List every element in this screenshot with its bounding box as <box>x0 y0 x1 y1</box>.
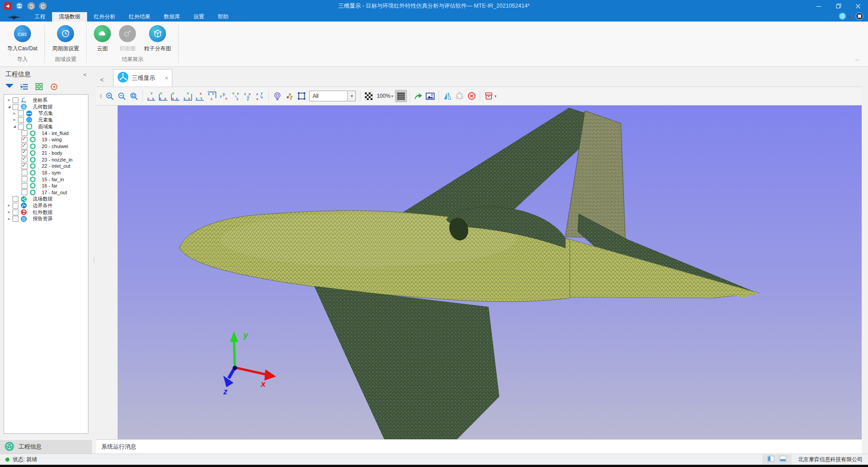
expander-collapsed-icon[interactable]: ▶ <box>7 210 12 214</box>
layout-left-panel-icon[interactable] <box>767 456 774 463</box>
restore-icon[interactable] <box>829 0 848 12</box>
archive-dropdown-icon[interactable]: ▾ <box>495 94 496 98</box>
view-right-icon[interactable]: Yzx <box>181 90 193 102</box>
checkbox-checked[interactable] <box>22 144 27 149</box>
expander-collapsed-icon[interactable]: ▶ <box>7 217 12 221</box>
toolbar-grip[interactable]: ‖ <box>98 93 104 100</box>
checkbox[interactable] <box>13 209 18 215</box>
checkbox[interactable] <box>13 104 18 110</box>
mesh-grid-toggle-icon[interactable] <box>395 90 407 102</box>
contour-cloud-button[interactable]: 云图 <box>91 25 114 52</box>
tree-item-face-far[interactable]: 16 - far <box>4 183 88 189</box>
theme-window-icon[interactable] <box>838 12 846 22</box>
tree-item-geometry-data[interactable]: ◢ 几何数据 <box>4 104 88 110</box>
tree-item-face-chuiwei[interactable]: 20 - chuiwei <box>4 143 88 150</box>
view-iso-nw-icon[interactable]: Yxz <box>230 90 242 102</box>
checkbox[interactable] <box>13 216 18 222</box>
tab-3d-display[interactable]: 三维显示 × <box>113 69 172 87</box>
tree-item-coordinate-system[interactable]: ▶ Yzx 坐标系 <box>4 97 88 104</box>
checkbox-checked[interactable] <box>22 150 27 156</box>
opacity-dropdown-icon[interactable]: ▾ <box>391 94 393 98</box>
light-source-icon[interactable] <box>271 90 283 102</box>
tree-item-face-body[interactable]: 21 - body <box>4 150 88 157</box>
manual-book-icon[interactable] <box>855 12 864 22</box>
view-left-icon[interactable]: Yxz <box>169 90 181 102</box>
checkbox-checked[interactable] <box>22 163 27 169</box>
menu-item-settings[interactable]: 设置 <box>187 12 211 22</box>
checkbox[interactable] <box>22 189 27 195</box>
menu-item-help[interactable]: 帮助 <box>211 12 235 22</box>
tree-item-face-sym[interactable]: 18 - sym <box>4 170 88 176</box>
ribbon-collapse-icon[interactable]: ︿ <box>855 56 860 63</box>
locate-target-icon[interactable] <box>50 83 58 91</box>
tree-item-face-nozzle-in[interactable]: 23 - nozzle_in <box>4 156 88 163</box>
tree-item-face-set[interactable]: ◢ 面域集 <box>4 123 88 130</box>
panel-splitter[interactable]: ⋮ <box>92 67 96 454</box>
view-iso-se-icon[interactable]: zxy <box>242 90 254 102</box>
view-iso-ne-icon[interactable]: zyx <box>218 90 230 102</box>
tree-item-face-far-out[interactable]: 17 - far_out <box>4 189 88 196</box>
section-plane-button[interactable]: 切面图 <box>116 25 139 52</box>
view-front-icon[interactable]: Yxz <box>145 90 157 102</box>
tree-item-infrared-data[interactable]: ▶ 红外数据 <box>4 209 88 216</box>
save-icon[interactable] <box>16 2 23 10</box>
tree-item-face-inlet-out[interactable]: 22 - inlet_out <box>4 163 88 170</box>
close-window-icon[interactable] <box>848 0 868 12</box>
particle-scatter-icon[interactable] <box>283 90 295 102</box>
checkbox[interactable] <box>22 176 27 182</box>
checkbox-checked[interactable] <box>22 137 27 143</box>
menu-item-database[interactable]: 数据库 <box>157 12 187 22</box>
checkbox[interactable] <box>18 124 24 130</box>
grid-view-icon[interactable] <box>35 83 43 91</box>
render-sphere-icon[interactable] <box>453 90 465 102</box>
project-panel-footer-tab[interactable]: 工程信息 <box>0 440 92 454</box>
archive-box-icon[interactable] <box>482 90 495 102</box>
viewport-3d[interactable]: y x z <box>118 105 862 439</box>
menu-item-flowfield-data[interactable]: 流场数据 <box>52 12 87 22</box>
view-iso-sw-icon[interactable]: zyx <box>254 90 266 102</box>
tree-item-face-far-in[interactable]: 15 - far_in <box>4 176 88 183</box>
expander-collapsed-icon[interactable]: ▶ <box>12 118 17 122</box>
import-cas-dat-button[interactable]: cas 导入Cas/Dat <box>4 25 40 52</box>
expander-collapsed-icon[interactable]: ▶ <box>12 112 17 115</box>
undo-icon[interactable] <box>27 2 35 10</box>
layout-bottom-panel-icon[interactable] <box>780 456 786 463</box>
mirror-icon[interactable] <box>441 90 453 102</box>
expander-expanded-icon[interactable]: ◢ <box>12 125 17 128</box>
display-filter-combobox[interactable]: All ▼ <box>309 91 356 101</box>
menubar-dropdown-icon[interactable]: ▾ <box>849 15 851 19</box>
checkbox-checked[interactable] <box>22 157 27 162</box>
checkbox[interactable] <box>22 170 27 175</box>
menu-item-infrared-results[interactable]: 红外结果 <box>122 12 157 22</box>
screenshot-image-icon[interactable] <box>424 90 436 102</box>
expander-expanded-icon[interactable]: ◢ <box>7 105 12 109</box>
tab-close-icon[interactable]: × <box>165 74 168 82</box>
panel-collapse-icon[interactable]: < <box>83 71 87 78</box>
view-bottom-icon[interactable]: zYx <box>206 90 218 102</box>
periodic-face-settings-button[interactable]: 周期面设置 <box>49 25 82 52</box>
view-top-icon[interactable]: xzY <box>193 90 206 102</box>
tree-item-face-wing[interactable]: 19 - wing <box>4 136 88 143</box>
particle-distribution-button[interactable]: 粒子分布图 <box>141 25 174 52</box>
checkbox[interactable] <box>13 196 18 202</box>
checkbox[interactable] <box>13 97 18 103</box>
checkbox[interactable] <box>22 130 27 136</box>
tree-item-flowfield-data[interactable]: 流场数据 <box>4 196 88 202</box>
tree-item-boundary-conditions[interactable]: ▶ 边界条件 <box>4 202 88 209</box>
tree-item-node-set[interactable]: ▶ 节点集 <box>4 110 88 117</box>
app-airplane-icon[interactable] <box>4 2 12 10</box>
zoom-fit-icon[interactable] <box>128 90 140 102</box>
checkbox[interactable] <box>13 203 18 209</box>
tree-item-face-int-fluid[interactable]: 14 - int_fluid <box>4 130 88 136</box>
list-outline-icon[interactable] <box>20 83 28 91</box>
combobox-dropdown-icon[interactable]: ▼ <box>347 91 355 101</box>
view-back-icon[interactable]: Yzx <box>157 90 169 102</box>
zoom-out-icon[interactable] <box>116 90 128 102</box>
tab-scroll-left-icon[interactable]: < <box>96 73 108 87</box>
expander-collapsed-icon[interactable]: ▶ <box>7 204 12 207</box>
checkbox[interactable] <box>22 183 27 189</box>
opacity-percent-label[interactable]: 100% <box>377 93 390 99</box>
filter-icon[interactable] <box>5 83 13 91</box>
export-arrow-icon[interactable] <box>412 90 424 102</box>
zoom-in-icon[interactable] <box>104 90 116 102</box>
